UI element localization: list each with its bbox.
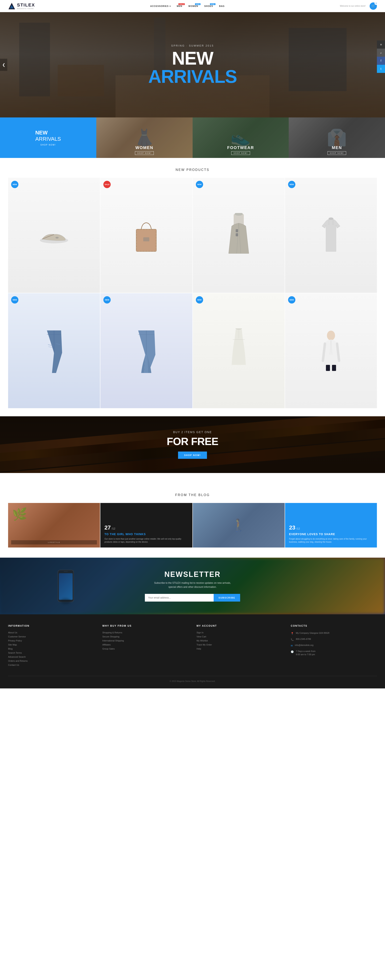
twitter-button[interactable]: 𝕥: [377, 65, 385, 73]
side-buttons: ≡ ⌕ f 𝕥: [377, 40, 385, 73]
product-card-6[interactable]: NEW: [100, 293, 192, 408]
promo-content: BUY 2 ITEMS GET ONE FOR FREE SHOP NOW!: [167, 431, 218, 459]
blog-date-2: 23: [289, 524, 295, 531]
blog-month-1: /12: [112, 527, 115, 530]
footer-link-privacy[interactable]: Privacy Policy: [8, 640, 94, 642]
newsletter-form: SUBSCRIBE: [145, 594, 240, 601]
footer-link-wishlist[interactable]: My Wishlist: [196, 640, 283, 642]
newsletter-subscribe-button[interactable]: SUBSCRIBE: [214, 594, 240, 601]
product-card-8[interactable]: NEW: [285, 293, 377, 408]
products-section: NEW PRODUCTS NEW SALE: [0, 158, 385, 416]
footer-col-why-buy-title: WHY BUY FROM US: [102, 624, 189, 627]
product-image-3: [193, 178, 285, 293]
hero-subtitle: SPRING · SUMMER 2015: [148, 44, 237, 47]
cart-button[interactable]: 🛒 0: [370, 2, 377, 10]
category-footwear-link[interactable]: SHOP NOW!: [231, 151, 250, 155]
product-image-4: [285, 178, 377, 293]
footer-link-view-cart[interactable]: View Cart: [196, 635, 283, 638]
search-toggle-button[interactable]: ⌕: [377, 49, 385, 57]
blog-card-2[interactable]: 27 /12 TO THE GIRL WHO THINKS Our store …: [100, 503, 192, 547]
footer-col-why-buy: WHY BUY FROM US Shopping & Returns Secur…: [102, 624, 189, 668]
product-image-6: [100, 293, 192, 408]
footer-link-about[interactable]: About Us: [8, 631, 94, 634]
nav-women[interactable]: NEWWOMEN: [189, 5, 198, 7]
footer-link-secure-shopping[interactable]: Secure Shopping: [102, 635, 189, 638]
hero-title: NEW: [148, 49, 237, 67]
footer-col-contacts: CONTACTS 📍 My Company Glasgow G04 89GR 📞…: [291, 624, 377, 668]
products-grid: NEW SALE: [0, 178, 385, 416]
footer-link-affiliates[interactable]: Affiliates: [102, 643, 189, 646]
product-card-3[interactable]: NEW: [193, 178, 285, 293]
header: STILEX MAGENTO THEME ACCESSORIES ▾ SALEM…: [0, 0, 385, 12]
email-icon: ✉: [291, 644, 293, 648]
hero-prev-button[interactable]: ❮: [0, 59, 7, 71]
product-badge-7: NEW: [196, 296, 203, 304]
product-card-7[interactable]: NEW: [193, 293, 285, 408]
contact-address-text: My Company Glasgow G04 89GR: [296, 631, 330, 635]
footer-link-sitemap[interactable]: Site Map: [8, 643, 94, 646]
product-card-1[interactable]: NEW: [8, 178, 100, 293]
product-badge-6: NEW: [103, 296, 111, 304]
footer-link-blog[interactable]: Blog: [8, 648, 94, 650]
product-card-2[interactable]: SALE: [100, 178, 192, 293]
footer-link-orders[interactable]: Orders and Returns: [8, 660, 94, 662]
footer-link-shopping-returns[interactable]: Shopping & Returns: [102, 631, 189, 634]
footer-link-advanced-search[interactable]: Advanced Search: [8, 655, 94, 658]
menu-toggle-button[interactable]: ≡: [377, 40, 385, 49]
facebook-button[interactable]: f: [377, 57, 385, 65]
nav-bag[interactable]: BAG: [219, 5, 225, 7]
blog-card-4[interactable]: 23 /12 EVERYONE LOVES TO SHARE Forget ab…: [285, 503, 377, 547]
newsletter-desc: Subscribe to the STILEX mailing list to …: [145, 581, 240, 589]
footer-link-search-terms[interactable]: Search Terms: [8, 652, 94, 654]
nav-accessories[interactable]: ACCESSORIES ▾: [150, 5, 171, 7]
category-men-title: MEN: [332, 145, 342, 150]
svg-rect-11: [236, 233, 238, 236]
newsletter-content: NEWSLETTER Subscribe to the STILEX maili…: [145, 570, 240, 601]
blog-card-3[interactable]: 🚶: [193, 503, 285, 547]
product-badge-2: SALE: [103, 181, 111, 188]
product-badge-4: NEW: [288, 181, 295, 188]
footer-link-track-order[interactable]: Track My Order: [196, 643, 283, 646]
svg-line-15: [48, 347, 52, 347]
product-image-7: [193, 293, 285, 408]
footer-link-customer-service[interactable]: Customer Service: [8, 635, 94, 638]
category-women-overlay: WOMEN SHOP NOW!: [96, 118, 193, 158]
cart-count: 0: [374, 2, 378, 5]
product-badge-5: NEW: [11, 296, 18, 304]
category-men-link[interactable]: SHOP NOW!: [328, 151, 346, 155]
footer-col-information-title: INFORMATION: [8, 624, 94, 627]
footer-link-help[interactable]: Help: [196, 648, 283, 650]
footer-link-group-sales[interactable]: Group Sales: [102, 648, 189, 650]
footer-col-information: INFORMATION About Us Customer Service Pr…: [8, 624, 94, 668]
hero-slider: SPRING · SUMMER 2015 NEW ARRIVALS ❮ ❯: [0, 12, 385, 118]
contact-email: ✉ info@demolink.org: [291, 643, 377, 648]
category-new-arrivals-title: NEWARRIVALS: [35, 130, 61, 142]
newsletter-email-input[interactable]: [145, 594, 214, 601]
nav-men[interactable]: SALEMEN: [177, 5, 182, 7]
footer-col-my-account-title: MY ACCOUNT: [196, 624, 283, 627]
category-women[interactable]: 👗 WOMEN SHOP NOW!: [96, 118, 193, 158]
svg-rect-10: [236, 229, 238, 232]
phone-icon: 📞: [291, 638, 294, 641]
newsletter-title: NEWSLETTER: [145, 570, 240, 579]
category-new-arrivals[interactable]: NEWARRIVALS SHOP NOW!: [0, 118, 96, 158]
blog-card-1[interactable]: 🌿 LIFESTYLE: [8, 503, 100, 547]
category-footwear[interactable]: 👟 FOOTWEAR SHOP NOW!: [193, 118, 289, 158]
product-image-8: [285, 293, 377, 408]
category-new-arrivals-link[interactable]: SHOP NOW!: [40, 144, 56, 146]
hero-title-secondary: ARRIVALS: [148, 67, 237, 86]
svg-rect-21: [326, 365, 330, 371]
contact-hours: 🕐 7 Days a week from9:00 am to 7:00 pm: [291, 649, 377, 656]
category-men[interactable]: 👔 MEN SHOP NOW!: [289, 118, 385, 158]
footer-link-signin[interactable]: Sign In: [196, 631, 283, 634]
category-women-link[interactable]: SHOP NOW!: [135, 151, 154, 155]
promo-button[interactable]: SHOP NOW!: [178, 452, 207, 459]
product-card-5[interactable]: NEW: [8, 293, 100, 408]
product-card-4[interactable]: NEW: [285, 178, 377, 293]
footer-link-contact[interactable]: Contact Us: [8, 664, 94, 666]
main-nav: ACCESSORIES ▾ SALEMEN NEWWOMEN NEWSHOES …: [150, 5, 225, 7]
nav-shoes[interactable]: NEWSHOES: [204, 5, 213, 7]
footer-link-international-shipping[interactable]: International Shipping: [102, 640, 189, 642]
logo[interactable]: STILEX MAGENTO THEME: [8, 2, 35, 10]
product-image-1: [8, 178, 100, 293]
